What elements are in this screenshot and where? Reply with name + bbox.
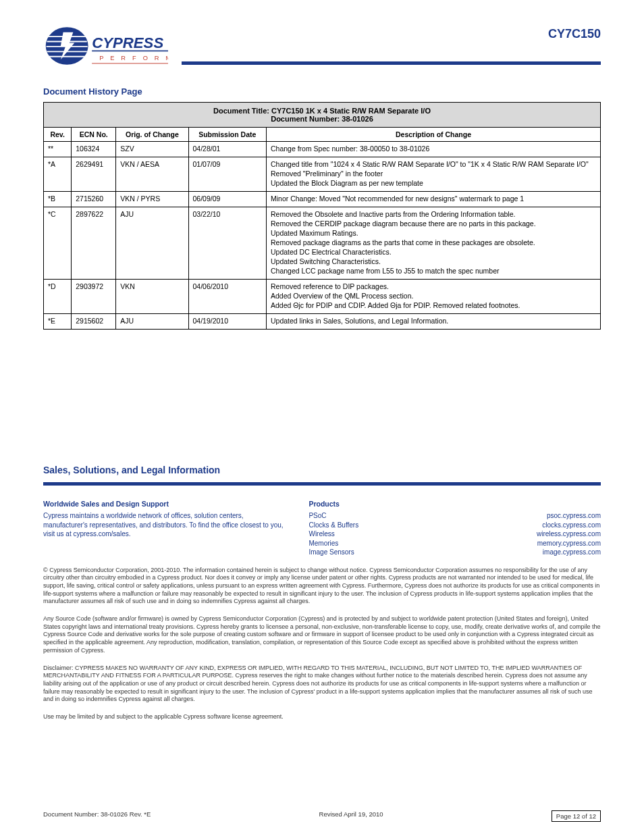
cell-date: 06/09/09 [188,192,267,207]
ww-sales-head: Worldwide Sales and Design Support [43,499,288,509]
th-rev: Rev. [44,128,72,142]
product-link[interactable]: wireless.cypress.com [537,529,601,539]
table-title: Document Title: CY7C150 1K x 4 Static R/… [47,107,597,115]
product-name: Clocks & Buffers [308,521,358,530]
header: CYPRESS P E R F O R M [43,20,601,72]
th-oc: Orig. of Change [116,128,188,142]
cell-rev: *E [44,314,72,330]
revision-table: Document Title: CY7C150 1K x 4 Static R/… [43,102,601,330]
cell-ecn: 2903972 [72,280,116,314]
th-ecn: ECN No. [72,128,116,142]
product-row: PSoCpsoc.cypress.com [308,511,601,521]
svg-text:CYPRESS: CYPRESS [92,34,163,51]
table-row: **106324SZV04/28/01Change from Spec numb… [44,142,601,157]
sales-rule [43,482,601,486]
cypress-logo: CYPRESS P E R F O R M [43,20,168,72]
product-name: PSoC [308,511,326,521]
cell-date: 04/28/01 [188,142,267,157]
footer-page: Page 12 of 12 [552,810,601,822]
footer: Document Number: 38-01026 Rev. *E Revise… [43,810,601,822]
svg-text:P E R F O R M: P E R F O R M [99,55,168,61]
cell-oc: VKN / PYRS [116,192,188,207]
product-row: Memoriesmemory.cypress.com [308,539,601,548]
cell-date: 04/19/2010 [188,314,267,330]
use-agreement: Use may be limited by and subject to the… [43,713,601,721]
table-row: *B2715260VKN / PYRS06/09/09Minor Change:… [44,192,601,207]
cell-desc: Removed reference to DIP packages.Added … [267,280,601,314]
table-title-cell: Document Title: CY7C150 1K x 4 Static R/… [44,103,601,128]
cell-desc: Removed the Obsolete and Inactive parts … [267,207,601,280]
cell-desc: Updated links in Sales, Solutions, and L… [267,314,601,330]
disclaimer: Disclaimer: CYPRESS MAKES NO WARRANTY OF… [43,664,601,704]
table-row: *C2897622AJU03/22/10Removed the Obsolete… [44,207,601,280]
cell-rev: *A [44,157,72,192]
cell-date: 04/06/2010 [188,280,267,314]
cell-desc: Change from Spec number: 38-00050 to 38-… [267,142,601,157]
th-desc: Description of Change [267,128,601,142]
product-name: Image Sensors [308,548,354,557]
footer-revised: Revised April 19, 2010 [319,810,383,822]
cell-oc: VKN / AESA [116,157,188,192]
cell-rev: *C [44,207,72,280]
cell-date: 01/07/09 [188,157,267,192]
product-row: Wirelesswireless.cypress.com [308,529,601,539]
cell-ecn: 2897622 [72,207,116,280]
cell-ecn: 2915602 [72,314,116,330]
product-name: Wireless [308,529,334,539]
cell-desc: Minor Change: Moved "Not recommended for… [267,192,601,207]
cell-oc: AJU [116,314,188,330]
sales-title: Sales, Solutions, and Legal Information [43,465,601,475]
cell-rev: *B [44,192,72,207]
cell-rev: ** [44,142,72,157]
product-link[interactable]: clocks.cypress.com [542,521,601,530]
product-link[interactable]: image.cypress.com [543,548,601,557]
source-code-notice: Any Source Code (software and/or firmwar… [43,615,601,654]
ww-sales-text: Cypress maintains a worldwide network of… [43,511,288,539]
footer-docno: Document Number: 38-01026 Rev. *E [43,810,151,822]
cell-date: 03/22/10 [188,207,267,280]
product-row: Image Sensorsimage.cypress.com [308,548,601,557]
table-row: *A2629491VKN / AESA01/07/09Changed title… [44,157,601,192]
table-row: *D2903972VKN04/06/2010Removed reference … [44,280,601,314]
product-link[interactable]: memory.cypress.com [537,539,601,548]
table-row: *E2915602AJU04/19/2010Updated links in S… [44,314,601,330]
th-date: Submission Date [188,128,267,142]
cell-desc: Changed title from "1024 x 4 Static R/W … [267,157,601,192]
cell-rev: *D [44,280,72,314]
cell-ecn: 2715260 [72,192,116,207]
section-title: Document History Page [43,86,601,97]
cell-oc: VKN [116,280,188,314]
products-head: Products [308,499,601,509]
product-row: Clocks & Buffersclocks.cypress.com [308,521,601,530]
product-code: CY7C150 [548,27,601,41]
copyright: © Cypress Semiconductor Corporation, 200… [43,567,601,606]
product-name: Memories [308,539,338,548]
cell-oc: AJU [116,207,188,280]
product-link[interactable]: psoc.cypress.com [547,511,601,521]
cell-oc: SZV [116,142,188,157]
header-rule [182,61,601,65]
table-docno: Document Number: 38-01026 [47,115,597,123]
cell-ecn: 2629491 [72,157,116,192]
cell-ecn: 106324 [72,142,116,157]
